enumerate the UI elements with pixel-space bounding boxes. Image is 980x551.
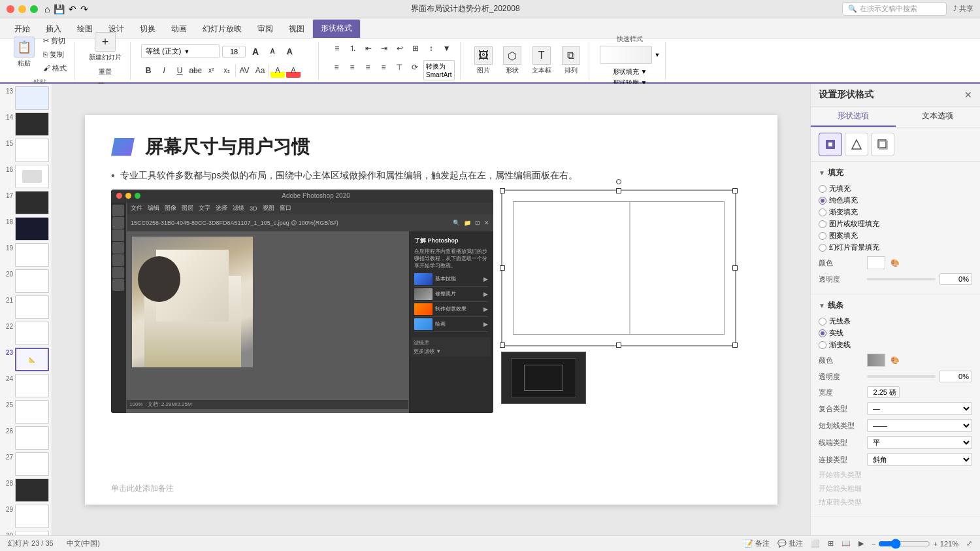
no-fill-option[interactable]: 无填充 bbox=[819, 184, 972, 193]
ps-learn-3[interactable]: 制作创意效果 ▶ bbox=[414, 302, 488, 317]
slide-19[interactable]: 19 bbox=[3, 243, 49, 267]
ps-max-btn[interactable] bbox=[135, 193, 140, 199]
vert-align-button[interactable]: ⊤ bbox=[392, 60, 406, 75]
align-right-button[interactable]: ≡ bbox=[361, 60, 375, 75]
zoom-out-button[interactable]: − bbox=[872, 540, 875, 548]
save-icon[interactable]: 💾 bbox=[54, 4, 65, 14]
texture-fill-radio[interactable] bbox=[819, 232, 826, 240]
join-type-select[interactable]: 斜角 圆角 尖角 bbox=[867, 453, 972, 466]
superscript-button[interactable]: x² bbox=[204, 63, 218, 78]
effect-icon-btn[interactable] bbox=[871, 133, 894, 156]
copy-button[interactable]: ⎘ 复制 bbox=[41, 48, 69, 61]
tab-view[interactable]: 视图 bbox=[281, 20, 312, 39]
handle-lm[interactable] bbox=[500, 265, 505, 271]
ps-min-btn[interactable] bbox=[125, 193, 131, 199]
gradient-fill-radio[interactable] bbox=[819, 209, 826, 216]
ps-learn-4[interactable]: 绘画 ▶ bbox=[414, 317, 488, 332]
change-case-button[interactable]: Aa bbox=[253, 63, 267, 78]
numbered-list-button[interactable]: ⒈ bbox=[346, 41, 360, 56]
arrange-button[interactable]: ⧉ 排列 bbox=[559, 44, 583, 77]
align-center-button[interactable]: ≡ bbox=[345, 60, 359, 75]
rotate-handle[interactable] bbox=[616, 179, 621, 184]
share-button[interactable]: ⤴ 共享 bbox=[953, 4, 973, 14]
handle-rm[interactable] bbox=[732, 265, 738, 271]
solid-fill-radio[interactable] bbox=[819, 197, 826, 205]
reset-button[interactable]: 重置 bbox=[96, 66, 114, 78]
ps-canvas[interactable]: 100% 文档: 2.29M/2.25M bbox=[127, 231, 408, 413]
tab-transition[interactable]: 切换 bbox=[132, 20, 163, 39]
gradient-line-radio[interactable] bbox=[819, 341, 826, 349]
ps-learn-2[interactable]: 修整照片 ▶ bbox=[414, 287, 488, 302]
slide-26[interactable]: 26 bbox=[3, 426, 49, 450]
font-size-selector[interactable]: 18 bbox=[222, 46, 246, 58]
shape-fill-button[interactable]: 形状填充 ▼ bbox=[613, 67, 647, 76]
dash-type-select[interactable]: —— - - - bbox=[867, 419, 972, 432]
redo-icon[interactable]: ↷ bbox=[80, 4, 88, 14]
slide-20[interactable]: 20 bbox=[3, 269, 49, 293]
no-line-radio[interactable] bbox=[819, 318, 826, 326]
gradient-line-option[interactable]: 渐变线 bbox=[819, 340, 972, 350]
line-color-picker-icon[interactable]: 🎨 bbox=[890, 356, 900, 365]
paste-button[interactable]: 📋 粘贴 bbox=[10, 35, 38, 70]
view-reading-button[interactable]: 📖 bbox=[841, 539, 851, 548]
slide-22[interactable]: 22 bbox=[3, 322, 49, 345]
picture-button[interactable]: 🖼 图片 bbox=[471, 44, 496, 77]
notes-button[interactable]: 📝 备注 bbox=[744, 539, 770, 548]
slide-28[interactable]: 28 bbox=[3, 478, 49, 502]
line-spacing-button[interactable]: ↕ bbox=[424, 41, 438, 56]
ps-learn-1[interactable]: 基本技能 ▶ bbox=[414, 272, 488, 287]
search-box[interactable]: 🔍 在演示文稿中搜索 bbox=[842, 2, 947, 16]
slide-29[interactable]: 29 bbox=[3, 505, 49, 528]
comments-button[interactable]: 💬 批注 bbox=[777, 539, 803, 548]
slide-27[interactable]: 27 bbox=[3, 452, 49, 476]
handle-bm[interactable] bbox=[616, 342, 621, 348]
view-grid-button[interactable]: ⊞ bbox=[828, 539, 834, 548]
font-grow-button[interactable]: A bbox=[248, 44, 263, 59]
ps-screenshot[interactable]: Adobe Photoshop 2020 bbox=[111, 190, 493, 413]
pattern-fill-radio[interactable] bbox=[819, 220, 826, 228]
ps-tool-2[interactable] bbox=[112, 217, 124, 229]
font-name-selector[interactable]: 等线 (正文) ▼ bbox=[141, 44, 220, 58]
maximize-button[interactable] bbox=[30, 5, 38, 13]
slide-21[interactable]: 21 bbox=[3, 295, 49, 319]
line-color-swatch[interactable] bbox=[867, 354, 885, 367]
line-transparency-input[interactable] bbox=[939, 371, 972, 382]
quick-style-dropdown[interactable]: ▼ bbox=[655, 52, 661, 58]
undo-icon[interactable]: ↶ bbox=[69, 4, 76, 14]
tab-review[interactable]: 审阅 bbox=[250, 20, 281, 39]
fill-transparency-input[interactable] bbox=[939, 273, 972, 285]
columns-button[interactable]: ⊞ bbox=[408, 41, 423, 56]
char-spacing-button[interactable]: AV bbox=[237, 63, 252, 78]
solid-line-radio[interactable] bbox=[819, 329, 826, 337]
line-transparency-slider[interactable] bbox=[867, 375, 936, 378]
view-normal-button[interactable]: ⬜ bbox=[811, 539, 820, 548]
bold-button[interactable]: B bbox=[141, 63, 155, 78]
handle-tl[interactable] bbox=[500, 188, 505, 193]
cut-button[interactable]: ✂ 剪切 bbox=[41, 35, 69, 47]
text-direction-button[interactable]: ⟳ bbox=[408, 60, 422, 75]
close-settings-button[interactable]: ✕ bbox=[964, 90, 972, 100]
tab-animation[interactable]: 动画 bbox=[163, 20, 195, 39]
strikethrough-button[interactable]: abc bbox=[188, 63, 203, 78]
zoom-in-button[interactable]: + bbox=[933, 540, 937, 548]
format-button[interactable]: 🖌 格式 bbox=[41, 62, 69, 75]
no-fill-radio[interactable] bbox=[819, 185, 826, 193]
new-slide-button[interactable]: + 新建幻灯片 bbox=[86, 30, 125, 64]
more-para-button[interactable]: ▼ bbox=[440, 41, 454, 56]
end-type-select[interactable]: 平 圆 方 bbox=[867, 436, 972, 449]
ps-tool-6[interactable] bbox=[112, 267, 124, 278]
view-slideshow-button[interactable]: ▶ bbox=[858, 539, 864, 548]
handle-tm[interactable] bbox=[616, 188, 621, 193]
fill-color-swatch[interactable] bbox=[867, 256, 885, 269]
justify-button[interactable]: ≡ bbox=[376, 60, 391, 75]
slide-bg-fill-option[interactable]: 幻灯片背景填充 bbox=[819, 242, 972, 252]
ps-tool-5[interactable] bbox=[112, 254, 124, 266]
tab-shape-options[interactable]: 形状选项 bbox=[811, 107, 896, 127]
handle-bl[interactable] bbox=[500, 342, 505, 348]
slide-canvas[interactable]: 屏幕尺寸与用户习惯 • 专业工具软件多数都与ps类似的布局，围绕中心主体区域做操… bbox=[85, 115, 777, 505]
fill-icon-btn[interactable] bbox=[819, 133, 842, 156]
slide-25[interactable]: 25 bbox=[3, 400, 49, 424]
gradient-fill-option[interactable]: 渐变填充 bbox=[819, 207, 972, 217]
slide-13[interactable]: 13 bbox=[3, 86, 49, 110]
decrease-indent-button[interactable]: ⇤ bbox=[361, 41, 376, 56]
